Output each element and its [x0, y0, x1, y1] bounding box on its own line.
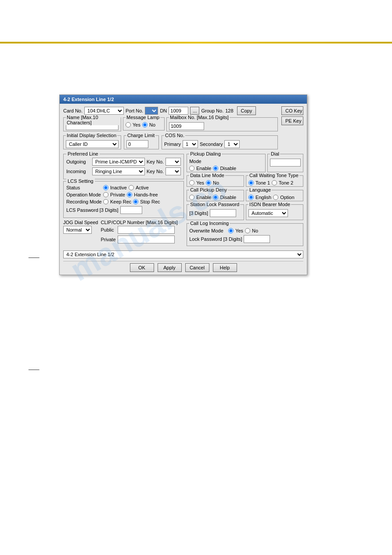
outgoing-key-no-select[interactable]: [165, 158, 181, 166]
dn-input[interactable]: [169, 107, 188, 115]
cancel-button[interactable]: Cancel: [185, 263, 209, 272]
card-no-label: Card No.: [63, 108, 83, 113]
msg-lamp-yes-label: Yes: [133, 122, 140, 127]
dialog-buttons: OK Apply Cancel Help: [63, 261, 303, 272]
cp-enable-radio[interactable]: [189, 195, 194, 200]
help-button[interactable]: Help: [213, 263, 237, 272]
outgoing-label: Outgoing: [66, 159, 90, 164]
nav-select[interactable]: 4-2 Extension Line 1/2: [63, 250, 303, 258]
lcs-pwd-input[interactable]: [120, 206, 142, 214]
data-yes-label: Yes: [196, 180, 204, 185]
station-lock-subtitle: [3 Digits]: [189, 210, 208, 216]
msg-lamp-yes-radio[interactable]: [126, 122, 131, 127]
cp-disable-radio[interactable]: [213, 195, 218, 200]
lang-option-radio[interactable]: [273, 195, 278, 200]
lock-pwd-label: Lock Password [3 Digits]: [189, 236, 242, 242]
side-buttons: CO Key PE Key: [281, 106, 303, 125]
group-no-label: Group No.: [201, 108, 223, 113]
call-waiting-title: Call Waiting Tone Type: [248, 173, 299, 178]
cwt-tone1-label: Tone 1: [255, 180, 270, 185]
rec-stoprec-radio[interactable]: [133, 199, 138, 204]
port-no-select[interactable]: [145, 107, 158, 115]
pickup-enable-radio[interactable]: [189, 166, 194, 171]
apply-button[interactable]: Apply: [158, 263, 182, 272]
lock-pwd-input[interactable]: [244, 235, 270, 243]
dial-input[interactable]: [270, 159, 301, 167]
cos-secondary-select[interactable]: 1: [224, 140, 240, 148]
overwrite-no-radio[interactable]: [245, 228, 250, 233]
op-mode-label: Operation Mode: [66, 192, 101, 197]
pickup-enable-label: Enable: [196, 166, 211, 171]
station-lock-title: Station Lock Password: [189, 202, 240, 207]
incoming-select[interactable]: Ringing Line: [92, 167, 145, 175]
isdn-bearer-title: ISDN Bearer Mode: [248, 202, 291, 207]
overwrite-yes-radio[interactable]: [228, 228, 234, 233]
lang-english-label: English: [255, 195, 271, 200]
op-private-radio[interactable]: [103, 192, 108, 197]
status-inactive-label: Inactive: [110, 185, 127, 190]
incoming-label: Incoming: [66, 169, 90, 174]
op-handsfree-radio[interactable]: [127, 192, 132, 197]
copy-button[interactable]: Copy: [237, 106, 256, 115]
incoming-key-no-select[interactable]: [165, 167, 181, 175]
card-no-select[interactable]: 104:DHLC: [84, 107, 124, 115]
outgoing-key-no-label: Key No.: [147, 159, 164, 164]
mailbox-input[interactable]: [169, 122, 204, 130]
lang-english-radio[interactable]: [248, 195, 254, 200]
status-active-radio[interactable]: [129, 185, 134, 190]
dial-label: Dial: [270, 151, 280, 156]
op-handsfree-label: Hands-free: [134, 192, 158, 197]
dialog-title: 4-2 Extension Line 1/2: [63, 97, 114, 102]
pickup-dialing-title: Pickup Dialing: [189, 151, 222, 156]
pe-key-button[interactable]: PE Key: [281, 116, 303, 125]
msg-lamp-no-label: No: [149, 122, 155, 127]
charge-limit-label: Charge Limit: [126, 133, 155, 138]
isdn-bearer-select[interactable]: Automatic Speech 3.1kHz Audio: [248, 209, 288, 217]
private-input[interactable]: [118, 236, 175, 243]
pickup-disable-radio[interactable]: [213, 166, 218, 171]
bottom-nav: 4-2 Extension Line 1/2: [63, 250, 303, 258]
lcs-title: LCS Setting: [66, 178, 95, 184]
outgoing-select[interactable]: Prime Line-ICM/PDN: [92, 158, 145, 166]
jog-label: JOG Dial Speed: [63, 220, 98, 225]
charge-limit-input[interactable]: [126, 140, 148, 148]
page-ref-2: ____: [29, 365, 39, 370]
overwrite-no-label: No: [252, 228, 258, 233]
rec-keeprec-label: Keep Rec: [110, 199, 131, 204]
group-no-value: 128: [225, 108, 233, 113]
pickup-disable-label: Disable: [220, 166, 236, 171]
station-lock-input[interactable]: [210, 209, 236, 217]
data-yes-radio[interactable]: [189, 180, 194, 185]
cwt-tone2-radio[interactable]: [272, 180, 277, 185]
initial-display-select[interactable]: Caller ID: [66, 140, 119, 148]
ok-button[interactable]: OK: [130, 263, 154, 272]
name-label: Name [Max.10 Characters]: [66, 115, 121, 125]
top-bar: [0, 42, 392, 44]
incoming-key-no-label: Key No.: [147, 169, 164, 174]
cos-primary-label: Primary: [164, 141, 181, 147]
status-inactive-radio[interactable]: [103, 185, 108, 190]
lcs-setting-group: LCS Setting Status Inactive Active Opera…: [63, 181, 184, 218]
rec-keeprec-radio[interactable]: [103, 199, 108, 204]
co-key-button[interactable]: CO Key: [281, 106, 303, 115]
overwrite-yes-label: Yes: [235, 228, 243, 233]
dn-dots-btn[interactable]: ...: [190, 107, 199, 115]
lang-option-label: Option: [280, 195, 294, 200]
data-line-title: Data Line Mode: [189, 173, 225, 178]
rec-stoprec-label: Stop Rec: [140, 199, 160, 204]
rec-mode-label: Recording Mode: [66, 199, 101, 204]
data-no-radio[interactable]: [206, 180, 211, 185]
language-title: Language: [248, 187, 272, 192]
status-label: Status: [66, 185, 101, 190]
msg-lamp-no-radio[interactable]: [142, 122, 147, 127]
cwt-tone1-radio[interactable]: [248, 180, 254, 185]
public-input[interactable]: [118, 226, 175, 234]
pickup-mode-label: Mode: [189, 159, 201, 164]
lcs-pwd-label: LCS Password [3 Digits]: [66, 207, 119, 213]
dialog-body: Card No. 104:DHLC Port No. DN ... Group …: [60, 104, 307, 275]
message-lamp-label: Message Lamp: [126, 115, 160, 120]
op-private-label: Private: [110, 192, 125, 197]
cos-primary-select[interactable]: 1: [183, 140, 198, 148]
jog-select[interactable]: Normal Fast Slow: [63, 226, 92, 234]
dialog-titlebar: 4-2 Extension Line 1/2: [60, 95, 307, 104]
